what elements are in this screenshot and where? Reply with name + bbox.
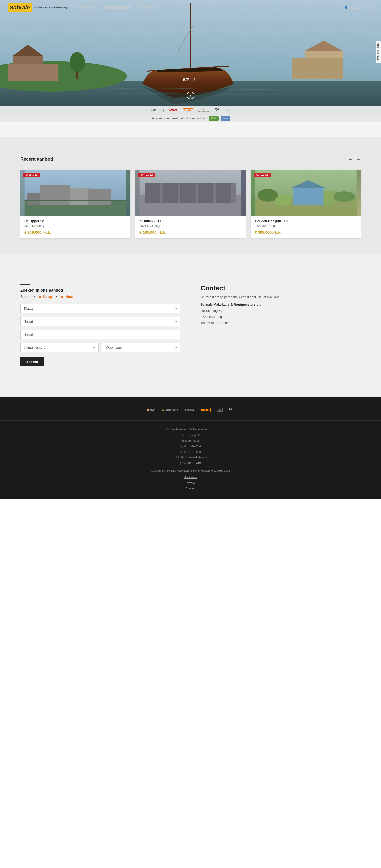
contact-section: Contact Wij zijn u graag persoonlijk van… (201, 284, 361, 326)
next-button[interactable]: → (356, 156, 361, 162)
nav-rentmeester[interactable]: RENTMEESTER (105, 6, 131, 9)
contact-address2: 8621 BV Heeg (201, 314, 361, 319)
koop-indicator (39, 296, 41, 298)
cookie-info-button[interactable]: Info (221, 117, 230, 121)
contact-desc: Wij zijn u graag persoonlijk van dienst.… (201, 295, 361, 299)
contact-phone: Tel: 0515 – 442254 (201, 320, 361, 326)
card-image-1: Verkocht (20, 170, 130, 216)
hero-section: WB 12 ▼ NVM ||||| NWWI funda 🔒 vastgoedc… (0, 0, 381, 122)
svg-rect-20 (88, 189, 111, 206)
svg-rect-28 (198, 183, 213, 203)
kamers-select[interactable]: Aantal kamers (20, 343, 99, 352)
svg-rect-34 (275, 195, 290, 206)
straat-input[interactable] (20, 330, 180, 339)
card-badge-1: Verkocht (23, 173, 40, 178)
footer: 🏠 NVM 🔒 vastgoedcert |||||NWWI funda vbo… (0, 397, 381, 499)
footer-addr1: De Skatting 69 (0, 432, 381, 438)
card-city-2: 8621 DV Heeg (139, 224, 241, 227)
card-price-2: € 185.000,- k.k. (139, 230, 241, 235)
card-address-1: De Opper 12 32 (24, 219, 126, 223)
cookie-ok-button[interactable]: OK! (209, 117, 219, 121)
straat-select[interactable]: Straat (20, 317, 180, 326)
section-recent-aanbod: Recent aanbod ← → (0, 137, 381, 254)
spacer-2 (0, 254, 381, 269)
nav-links: MAKELAAR RENTMEESTER CONTACT (78, 6, 344, 9)
hero-scroll-arrow[interactable]: ▼ (187, 92, 194, 99)
card-city-1: 8621 DZ Heeg (24, 224, 126, 227)
type-huur[interactable]: Huur (61, 295, 74, 299)
footer-disclaimer-link[interactable]: Disclaimer (184, 476, 197, 479)
form-divider (20, 284, 31, 285)
cookie-text: Deze website maakt gebruik van cookies. (151, 117, 207, 120)
zoeken-grid: Zoeken in ons aanbod Beide • Koop • Huur… (20, 284, 361, 366)
logo-bar-separator1: ||||| (161, 109, 164, 112)
footer-copyright: Copyright © Schrale Makelaars & Rentmees… (0, 468, 381, 473)
logo[interactable]: Schrale makelaars & rentmeesters o.g. (8, 3, 68, 12)
svg-text:WB 12: WB 12 (183, 78, 195, 82)
svg-rect-14 (292, 59, 343, 79)
form-title: Zoeken in ons aanbod (20, 288, 180, 292)
svg-rect-32 (293, 188, 323, 206)
property-card-3[interactable]: Verkocht Gouden Boaijum 110 8621 JW Heeg… (251, 170, 361, 239)
section-zoeken: Zoeken in ons aanbod Beide • Koop • Huur… (0, 269, 381, 381)
huur-indicator (61, 296, 63, 298)
plaats-select[interactable]: Plaats (20, 304, 180, 313)
hero-overlay: NVM ||||| NWWI funda 🔒 vastgoedcert R° v… (0, 105, 381, 122)
search-button[interactable]: Zoeken (20, 357, 44, 366)
prev-button[interactable]: ← (348, 156, 353, 162)
nav-contact[interactable]: CONTACT (138, 6, 155, 9)
sidebar-favorites[interactable]: Mijn favorieten (376, 41, 381, 63)
type-koop[interactable]: Koop (39, 295, 52, 299)
contact-title: Contact (201, 284, 361, 292)
svg-point-36 (332, 191, 355, 202)
straat-input-field (20, 330, 180, 339)
woonopp-select[interactable]: Woon.opp. (102, 343, 180, 352)
svg-rect-5 (8, 64, 59, 81)
search-form: Zoeken in ons aanbod Beide • Koop • Huur… (20, 284, 180, 366)
card-body-3: Gouden Boaijum 110 8621 JW Heeg € 385.00… (251, 216, 361, 239)
kamers-field: Aantal kamers ▼ (20, 343, 99, 352)
card-badge-2: Verkocht (138, 173, 155, 178)
footer-info: Schrale Makelaars & Rentmeesters o.g. De… (0, 427, 381, 491)
footer-logo-vgc: 🔒 vastgoedcert (161, 409, 178, 411)
property-card-2[interactable]: Verkocht It Butlan 25 C 8621 DV Heeg € 1… (135, 170, 245, 239)
logo-nwwi: NWWI (169, 109, 178, 112)
type-both[interactable]: Beide (20, 295, 30, 299)
card-image-2: Verkocht (135, 170, 245, 216)
card-badge-3: Verkocht (254, 173, 271, 178)
login-button[interactable]: 👤 Inloggen move.nl (344, 6, 373, 9)
footer-logo-nwwi: |||||NWWI (184, 409, 194, 411)
card-price-3: € 385.000,- k.k. (255, 230, 357, 235)
chevron-down-icon: ▼ (189, 93, 192, 97)
contact-company: Schrale Makelaars & Rentmeesters o.g. (201, 303, 361, 306)
footer-kvk: | KvK: 01040319 (0, 460, 381, 466)
card-body-2: It Butlan 25 C 8621 DV Heeg € 185.000,- … (135, 216, 245, 239)
footer-contact-link[interactable]: Contact (186, 487, 195, 490)
svg-point-35 (257, 189, 278, 202)
svg-rect-25 (145, 183, 160, 203)
svg-rect-26 (163, 183, 178, 203)
hero-boat-svg: WB 12 (0, 0, 381, 122)
logo-sub: makelaars & rentmeesters o.g. (33, 6, 67, 9)
card-price-1: € 268.000,- k.k. (24, 230, 126, 235)
svg-point-7 (70, 52, 85, 72)
card-city-3: 8621 JW Heeg (255, 224, 357, 227)
card-body-1: De Opper 12 32 8621 DZ Heeg € 268.000,- … (20, 216, 130, 239)
property-card-1[interactable]: Verkocht De Opper 12 32 8621 DZ Heeg € 2… (20, 170, 130, 239)
plaats-field: Plaats ▼ (20, 304, 180, 313)
section-header: Recent aanbod ← → (20, 156, 361, 162)
svg-rect-17 (40, 185, 70, 206)
logo-r: R° (214, 107, 219, 113)
hero-background: WB 12 ▼ (0, 0, 381, 122)
dot-koop: • (34, 295, 35, 299)
footer-phone1: 📞 0515-442254 (0, 443, 381, 449)
footer-logo-funda: funda (200, 408, 211, 412)
user-icon: 👤 (344, 6, 348, 9)
favorites-label: Mijn favorieten (377, 43, 380, 61)
footer-privacy-link[interactable]: Privacy (186, 481, 195, 484)
nav-makelaar[interactable]: MAKELAAR (78, 6, 97, 9)
logo-vbo: vbo (225, 108, 231, 112)
svg-rect-27 (180, 183, 196, 203)
email-icon: ✉ (173, 456, 175, 459)
login-label: Inloggen move.nl (350, 6, 373, 9)
